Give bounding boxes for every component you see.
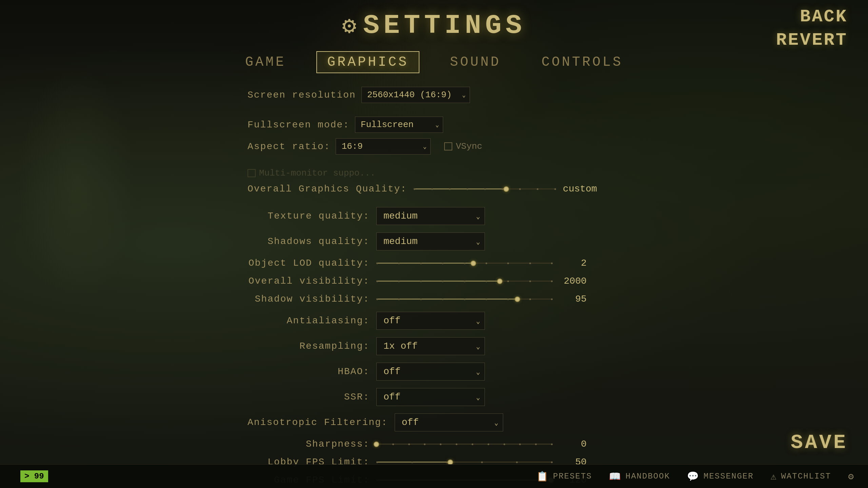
tab-game[interactable]: GAME <box>235 51 296 73</box>
shadows-quality-dropdown[interactable]: medium <box>376 232 485 250</box>
back-button[interactable]: BACK <box>800 7 848 27</box>
resampling-dropdown[interactable]: 1x off <box>376 337 485 355</box>
vsync-label: VSync <box>456 141 482 151</box>
handbook-button[interactable]: 📖 HANDBOOK <box>609 471 670 482</box>
shadow-visibility-value: 95 <box>559 294 587 304</box>
tab-controls[interactable]: CONTROLS <box>531 51 633 73</box>
sharpness-label: Sharpness: <box>248 439 370 449</box>
handbook-icon: 📖 <box>609 471 622 482</box>
vsync-group: VSync <box>444 141 482 151</box>
shadow-visibility-row: Shadow visibility: 95 <box>248 294 620 304</box>
presets-label: PRESETS <box>553 472 592 481</box>
object-lod-slider[interactable] <box>376 260 553 267</box>
aspect-ratio-dropdown[interactable]: 16:9 <box>336 138 431 155</box>
multi-monitor-label: Multi-monitor suppo... <box>259 168 375 178</box>
gear-icon: ⚙ <box>342 11 356 40</box>
overall-quality-slider[interactable] <box>414 186 556 192</box>
ssr-dropdown-wrapper: off <box>376 388 485 406</box>
object-lod-value: 2 <box>559 258 587 268</box>
texture-quality-row: Texture quality: medium <box>248 207 620 225</box>
screen-resolution-label: Screen resolution <box>248 90 356 100</box>
messenger-button[interactable]: 💬 MESSENGER <box>687 471 754 482</box>
multi-monitor-group: Multi-monitor suppo... <box>248 168 375 178</box>
anisotropic-row: Anisotropic Filtering: off <box>248 413 620 431</box>
bottom-bar: > 99 📋 PRESETS 📖 HANDBOOK 💬 MESSENGER ⚠ … <box>0 464 868 488</box>
vsync-checkbox[interactable] <box>444 142 452 150</box>
save-button[interactable]: SAVE <box>791 431 848 454</box>
antialiasing-dropdown-wrapper: off <box>376 312 485 330</box>
watchlist-icon: ⚠ <box>771 471 777 482</box>
shadows-quality-row: Shadows quality: medium <box>248 232 620 250</box>
tab-bar: GAME GRAPHICS SOUND CONTROLS <box>235 51 633 73</box>
page-title-area: ⚙ SETTINGS <box>342 10 526 41</box>
ssr-dropdown[interactable]: off <box>376 388 485 406</box>
fullscreen-mode-dropdown-wrapper: Fullscreen <box>355 117 443 133</box>
antialiasing-row: Antialiasing: off <box>248 312 620 330</box>
screen-resolution-dropdown-wrapper: 868x488 (16:9) <box>361 87 470 103</box>
texture-quality-dropdown-wrapper: medium <box>376 207 485 225</box>
texture-quality-label: Texture quality: <box>248 211 370 221</box>
screen-resolution-group: Screen resolution 868x488 (16:9) <box>248 87 470 103</box>
resampling-row: Resampling: 1x off <box>248 337 620 355</box>
overall-visibility-row: Overall visibility: 2000 <box>248 276 620 286</box>
screen-resolution-dropdown[interactable]: 868x488 (16:9) <box>361 87 470 103</box>
anisotropic-dropdown-wrapper: off <box>395 413 503 431</box>
shadow-visibility-label: Shadow visibility: <box>248 294 370 304</box>
sharpness-row: Sharpness: 0 <box>248 439 620 449</box>
resampling-dropdown-wrapper: 1x off <box>376 337 485 355</box>
object-lod-label: Object LOD quality: <box>248 258 370 268</box>
sharpness-value: 0 <box>559 439 587 449</box>
tab-sound[interactable]: SOUND <box>440 51 511 73</box>
tab-graphics[interactable]: GRAPHICS <box>316 51 419 73</box>
object-lod-row: Object LOD quality: 2 <box>248 258 620 268</box>
top-controls-row: Screen resolution 868x488 (16:9) Fulls… <box>248 87 620 133</box>
ssr-label: SSR: <box>248 392 370 402</box>
overall-visibility-value: 2000 <box>559 276 587 286</box>
settings-icon-button[interactable]: ⚙ <box>848 471 854 482</box>
messenger-label: MESSENGER <box>704 472 754 481</box>
antialiasing-dropdown[interactable]: off <box>376 312 485 330</box>
settings-panel: Screen resolution 868x488 (16:9) Fulls… <box>248 87 620 488</box>
fullscreen-mode-label: Fullscreen mode: <box>248 120 350 130</box>
aspect-vsync-row: Aspect ratio: 16:9 VSync Multi-monitor s… <box>248 138 620 178</box>
overall-quality-row: Overall Graphics Quality: custom <box>248 184 620 198</box>
overall-visibility-slider[interactable] <box>376 278 553 285</box>
revert-button[interactable]: REVERT <box>776 30 848 50</box>
anisotropic-label: Anisotropic Filtering: <box>248 417 388 428</box>
anisotropic-dropdown[interactable]: off <box>395 413 503 431</box>
hbao-dropdown-wrapper: off <box>376 363 485 381</box>
handbook-label: HANDBOOK <box>626 472 670 481</box>
presets-button[interactable]: 📋 PRESETS <box>536 471 592 482</box>
hbao-dropdown[interactable]: off <box>376 363 485 381</box>
messenger-icon: 💬 <box>687 471 699 482</box>
aspect-ratio-label: Aspect ratio: <box>248 141 330 152</box>
shadow-visibility-slider[interactable] <box>376 296 553 303</box>
settings-cog-icon: ⚙ <box>848 471 854 482</box>
ssr-row: SSR: off <box>248 388 620 406</box>
aspect-ratio-group: Aspect ratio: 16:9 <box>248 138 431 155</box>
resampling-label: Resampling: <box>248 341 370 351</box>
overall-visibility-label: Overall visibility: <box>248 276 370 286</box>
texture-quality-dropdown[interactable]: medium <box>376 207 485 225</box>
watchlist-label: WATCHLIST <box>781 472 831 481</box>
sharpness-slider[interactable] <box>376 441 553 448</box>
fullscreen-mode-group: Fullscreen mode: Fullscreen <box>248 117 443 133</box>
shadows-quality-dropdown-wrapper: medium <box>376 232 485 250</box>
hbao-label: HBAO: <box>248 366 370 377</box>
antialiasing-label: Antialiasing: <box>248 316 370 326</box>
multi-monitor-checkbox[interactable] <box>248 169 256 177</box>
fps-badge: > 99 <box>20 470 48 482</box>
presets-icon: 📋 <box>536 471 549 482</box>
aspect-ratio-dropdown-wrapper: 16:9 <box>336 138 431 155</box>
shadows-quality-label: Shadows quality: <box>248 236 370 247</box>
overall-quality-label: Overall Graphics Quality: <box>248 184 407 194</box>
overall-quality-value: custom <box>563 184 597 194</box>
fullscreen-mode-dropdown[interactable]: Fullscreen <box>355 117 443 133</box>
hbao-row: HBAO: off <box>248 363 620 381</box>
watchlist-button[interactable]: ⚠ WATCHLIST <box>771 471 831 482</box>
page-title: SETTINGS <box>363 10 526 41</box>
